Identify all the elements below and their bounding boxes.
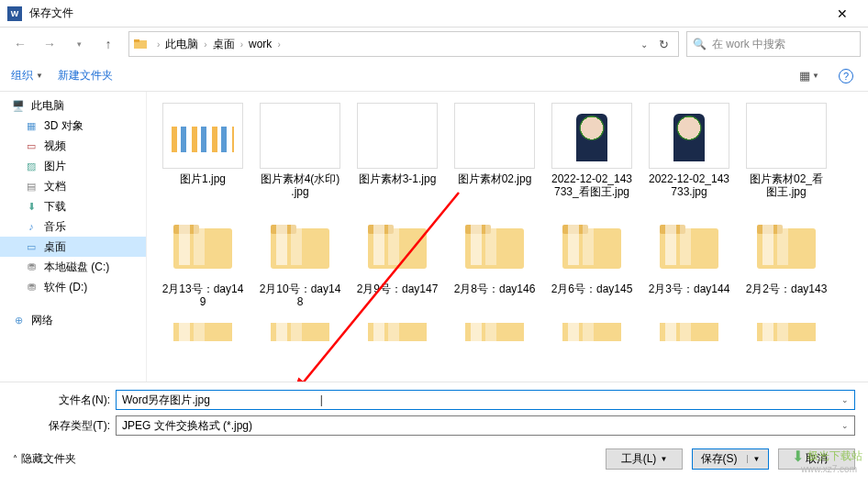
recent-dropdown[interactable]: ▾ <box>66 31 92 57</box>
search-icon: 🔍 <box>693 38 707 50</box>
main-area: 🖥️此电脑▦3D 对象▭视频▨图片▤文档⬇下载♪音乐▭桌面⛃本地磁盘 (C:)⛃… <box>0 92 868 382</box>
up-button[interactable]: ↑ <box>95 31 121 57</box>
window-title: 保存文件 <box>29 6 824 21</box>
breadcrumb[interactable]: › 此电脑 › 桌面 › work › ⌄ ↻ <box>128 31 679 57</box>
folder-item[interactable]: 2月6号：day145 <box>547 209 637 312</box>
crumb-work[interactable]: work <box>247 36 273 52</box>
hide-folders-toggle[interactable]: ˄ 隐藏文件夹 <box>13 451 76 467</box>
svg-rect-5 <box>194 221 205 265</box>
save-button[interactable]: 保存(S)▼ <box>692 448 769 470</box>
svg-rect-52 <box>665 323 676 341</box>
folder-icon <box>162 213 243 279</box>
file-item[interactable]: 图片1.jpg <box>158 99 248 202</box>
file-item[interactable]: 图片素材02_看图王.jpg <box>741 99 831 202</box>
file-item[interactable]: 2022-12-02_143733_看图王.jpg <box>547 99 637 202</box>
file-view[interactable]: 图片1.jpg图片素材4(水印) .jpg图片素材3-1.jpg图片素材02.j… <box>147 92 868 382</box>
folder-item[interactable]: 2月9号：day147 <box>352 209 442 312</box>
folder-item[interactable]: 2月13号：day149 <box>158 209 248 312</box>
chevron-up-icon: ˄ <box>13 454 17 464</box>
folder-icon <box>454 323 535 341</box>
new-folder-button[interactable]: 新建文件夹 <box>58 68 113 83</box>
filetype-dropdown[interactable]: ⌄ <box>841 421 849 430</box>
sidebar-item-net[interactable]: ⊕网络 <box>0 310 146 330</box>
save-dropdown[interactable]: ▼ <box>747 455 761 463</box>
folder-icon <box>746 213 827 279</box>
folder-icon <box>746 323 827 341</box>
filetype-select[interactable]: JPEG 文件交换格式 (*.jpg) ⌄ <box>116 415 855 436</box>
toolbar: 组织▼ 新建文件夹 ▦▼ ? <box>0 61 868 92</box>
folder-item[interactable] <box>547 319 637 349</box>
thumbnail <box>649 103 729 169</box>
svg-rect-36 <box>276 323 287 341</box>
folder-item[interactable] <box>644 319 734 349</box>
file-item[interactable]: 2022-12-02_143733.jpg <box>644 99 734 202</box>
search-input[interactable]: 🔍 在 work 中搜索 <box>686 31 861 57</box>
chevron-down-icon: ▼ <box>660 455 667 463</box>
sidebar-item-video[interactable]: ▭视频 <box>0 136 146 156</box>
sidebar-item-disk[interactable]: ⛃本地磁盘 (C:) <box>0 257 146 277</box>
folder-item[interactable] <box>352 319 442 349</box>
back-button[interactable]: ← <box>7 31 33 57</box>
breadcrumb-dropdown[interactable]: ⌄ <box>635 39 653 50</box>
svg-rect-4 <box>179 221 190 265</box>
search-placeholder: 在 work 中搜索 <box>712 37 785 52</box>
folder-icon <box>551 213 632 279</box>
sidebar-item-disk[interactable]: ⛃软件 (D:) <box>0 277 146 297</box>
folder-item[interactable] <box>450 319 540 349</box>
help-button[interactable]: ? <box>835 65 857 87</box>
svg-rect-20 <box>568 221 579 265</box>
sidebar: 🖥️此电脑▦3D 对象▭视频▨图片▤文档⬇下载♪音乐▭桌面⛃本地磁盘 (C:)⛃… <box>0 92 147 382</box>
file-item[interactable]: 图片素材4(水印) .jpg <box>255 99 345 202</box>
filename-dropdown[interactable]: ⌄ <box>841 395 849 404</box>
footer: 文件名(N): Word另存图片.jpg | ⌄ 保存类型(T): JPEG 文… <box>0 382 868 479</box>
file-label: 2022-12-02_143733.jpg <box>648 172 730 198</box>
folder-item[interactable]: 2月2号：day143 <box>741 209 831 312</box>
sidebar-item-label: 此电脑 <box>31 98 64 114</box>
svg-rect-37 <box>291 323 302 341</box>
sidebar-item-doc[interactable]: ▤文档 <box>0 176 146 196</box>
crumb-desktop[interactable]: 桌面 <box>211 35 237 54</box>
folder-icon <box>162 323 243 341</box>
folder-item[interactable]: 2月10号：day148 <box>255 209 345 312</box>
folder-item[interactable]: 2月8号：day146 <box>450 209 540 312</box>
thumbnail <box>551 103 632 169</box>
file-label: 2月9号：day147 <box>357 282 439 295</box>
sidebar-item-3d[interactable]: ▦3D 对象 <box>0 116 146 136</box>
view-mode-button[interactable]: ▦▼ <box>798 65 820 87</box>
desk-icon: ▭ <box>24 239 39 254</box>
organize-menu[interactable]: 组织▼ <box>11 68 43 83</box>
file-item[interactable]: 图片素材02.jpg <box>450 99 540 202</box>
sidebar-item-music[interactable]: ♪音乐 <box>0 216 146 237</box>
chevron-right-icon: › <box>157 39 160 50</box>
file-item[interactable]: 图片素材3-1.jpg <box>352 99 442 202</box>
crumb-pc[interactable]: 此电脑 <box>163 35 200 54</box>
file-label: 图片素材3-1.jpg <box>359 172 437 185</box>
sidebar-item-desk[interactable]: ▭桌面 <box>0 237 146 257</box>
folder-icon <box>260 213 340 279</box>
navbar: ← → ▾ ↑ › 此电脑 › 桌面 › work › ⌄ ↻ 🔍 在 work… <box>0 28 868 61</box>
3d-icon: ▦ <box>24 118 39 133</box>
svg-rect-8 <box>276 221 287 265</box>
sidebar-item-pic[interactable]: ▨图片 <box>0 156 146 176</box>
folder-item[interactable] <box>741 319 831 349</box>
filename-input[interactable]: Word另存图片.jpg | ⌄ <box>116 390 855 410</box>
app-icon: W <box>7 6 22 21</box>
thumbnail <box>260 103 340 169</box>
sidebar-item-pc[interactable]: 🖥️此电脑 <box>0 95 146 116</box>
thumbnail <box>454 103 535 169</box>
sidebar-item-dl[interactable]: ⬇下载 <box>0 196 146 216</box>
refresh-button[interactable]: ↻ <box>653 38 674 51</box>
svg-rect-29 <box>777 221 788 265</box>
svg-rect-12 <box>373 221 384 265</box>
folder-item[interactable] <box>158 319 248 349</box>
chevron-right-icon: › <box>204 39 206 50</box>
folder-icon <box>454 213 535 279</box>
file-label: 2月3号：day144 <box>649 282 730 295</box>
file-label: 2月13号：day149 <box>161 282 244 308</box>
close-button[interactable]: ✕ <box>824 1 861 27</box>
folder-item[interactable]: 2月3号：day144 <box>644 209 734 312</box>
folder-icon <box>357 323 438 341</box>
file-label: 图片1.jpg <box>180 172 226 185</box>
tools-menu[interactable]: 工具(L)▼ <box>606 448 683 470</box>
folder-item[interactable] <box>255 319 345 349</box>
